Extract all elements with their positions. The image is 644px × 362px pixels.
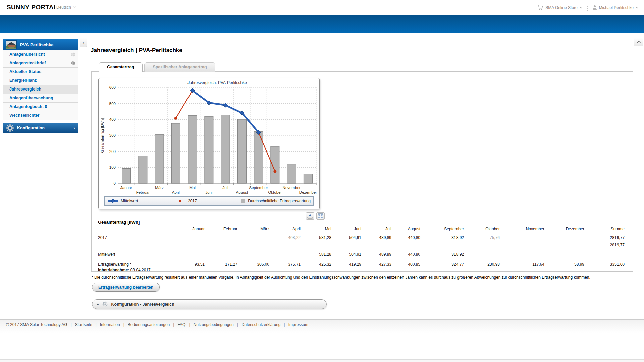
table-cell: [237, 242, 269, 248]
table-cell: 440,80: [391, 233, 420, 242]
footer-separator: |: [284, 322, 285, 327]
table-cell: [464, 249, 500, 258]
tab-bar: Gesamtertrag Spezifischer Anlagenertrag: [99, 62, 215, 72]
plant-header[interactable]: PVA-Perlitschke: [3, 39, 78, 50]
table-col-header: Dezember: [544, 226, 584, 233]
tab-spezifischer-anlagenertrag[interactable]: Spezifischer Anlagenertrag: [144, 62, 215, 72]
table-cell: [464, 242, 500, 248]
sidebar-item-label: Jahresvergleich: [9, 87, 41, 92]
user-menu[interactable]: Michael Perlitschke: [592, 5, 639, 10]
sidebar-item-anlagenlogbuch-0[interactable]: Anlagenlogbuch: 0: [3, 103, 78, 111]
table-cell: 318,92: [420, 249, 464, 258]
edit-yield-expectation-button[interactable]: Ertragserwartung bearbeiten: [92, 283, 160, 292]
footer-separator: |: [237, 322, 238, 327]
sidebar-collapse-button[interactable]: ‹: [80, 38, 87, 47]
tab-gesamtertrag[interactable]: Gesamtertrag: [99, 62, 143, 72]
footer-link-faq[interactable]: FAQ: [177, 322, 185, 327]
table-cell: 117,64: [500, 258, 544, 273]
sidebar-item-konfiguration[interactable]: Konfiguration ›: [3, 123, 78, 133]
table-cell: [172, 233, 205, 242]
table-cell: 489,89: [361, 249, 391, 258]
svg-text:Juni: Juni: [205, 190, 212, 194]
footer-link-startseite[interactable]: Startseite: [75, 322, 92, 327]
expander-arrow-icon: ▸: [97, 302, 99, 306]
footer-link-nutzungsbedingungen[interactable]: Nutzungsbedingungen: [194, 322, 234, 327]
table-cell: 3351,60: [584, 258, 625, 273]
public-globe-icon: [71, 52, 75, 57]
chevron-down-icon: [580, 7, 583, 9]
language-label: Deutsch: [56, 5, 71, 10]
chart-plot: Jahresvergleich: PVA-Perlitschke01002003…: [99, 78, 319, 208]
store-label: SMA Online Store: [545, 5, 577, 10]
svg-text:Oktober: Oktober: [268, 190, 282, 194]
config-label: Konfiguration: [17, 126, 45, 130]
person-icon: [592, 5, 597, 10]
sidebar-item-aktueller-status[interactable]: Aktueller Status: [3, 68, 78, 76]
table-cell: [544, 242, 584, 248]
plant-thumbnail: [6, 40, 17, 49]
table-col-header: März: [237, 226, 269, 233]
table-cell: [544, 233, 584, 242]
page-footer: © 2017 SMA Solar Technology AG |Startsei…: [0, 319, 644, 333]
chart-toolbar: [306, 212, 325, 220]
footer-link-information[interactable]: Information: [100, 322, 120, 327]
sidebar-item-label: Anlagenüberwachung: [9, 96, 53, 100]
svg-text:200: 200: [109, 149, 116, 154]
export-chart-button[interactable]: [306, 212, 314, 220]
svg-text:Gesamtertrag [kWh]: Gesamtertrag [kWh]: [100, 118, 104, 153]
table-cell: 93,51: [172, 258, 205, 273]
config-panel-toggle[interactable]: ▸ Konfiguration - Jahresvergleich: [92, 299, 327, 309]
footer-link-bedienungsanleitungen[interactable]: Bedienungsanleitungen: [128, 322, 170, 327]
svg-text:März: März: [155, 186, 164, 190]
table-cell: [237, 249, 269, 258]
table-col-header: November: [500, 226, 544, 233]
svg-text:Januar: Januar: [120, 186, 132, 190]
sidebar-item-jahresvergleich[interactable]: Jahresvergleich: [3, 85, 78, 94]
table-cell: 581,28: [301, 249, 331, 258]
expand-chart-button[interactable]: [316, 212, 325, 220]
table-cell: [269, 242, 301, 248]
sunny-portal-app: SUNNY PORTAL Deutsch SMA Online Store M: [0, 0, 644, 362]
table-cell: 2819,77: [584, 233, 625, 242]
sunny-portal-logo[interactable]: SUNNY PORTAL: [7, 4, 58, 11]
yield-table: JanuarFebruarMärzAprilMaiJuniJuliAugustS…: [98, 226, 625, 273]
top-bar: SUNNY PORTAL Deutsch SMA Online Store M: [0, 0, 644, 15]
table-cell: [172, 249, 205, 258]
download-icon: [307, 213, 313, 219]
table-cell: 440,80: [391, 249, 420, 258]
legend-ertragserwartung: Durchschnittliche Ertragserwartung: [241, 197, 311, 205]
footer-link-impressum[interactable]: Impressum: [288, 322, 308, 327]
table-cell: [205, 249, 237, 258]
table-cell: [172, 242, 205, 248]
svg-text:Februar: Februar: [136, 190, 150, 194]
user-name: Michael Perlitschke: [599, 5, 634, 10]
chevron-right-icon: ›: [73, 125, 75, 131]
table-cell: 375,71: [269, 258, 301, 273]
table-col-header: April: [269, 226, 301, 233]
table-cell: [500, 233, 544, 242]
table-row-ertragserwartung: Ertragserwartung *Inbetriebnahme: 03.04.…: [98, 258, 625, 273]
sidebar: PVA-Perlitschke Anlagenübersicht Anlagen…: [3, 39, 78, 133]
config-panel-label: Konfiguration - Jahresvergleich: [111, 302, 174, 307]
table-title: Gesamtertrag [kWh]: [98, 220, 140, 225]
sidebar-item-anlagenubersicht[interactable]: Anlagenübersicht: [3, 50, 78, 59]
sidebar-item-anlagenuberwachung[interactable]: Anlagenüberwachung: [3, 94, 78, 103]
row-label: Mittelwert: [98, 249, 172, 258]
sidebar-item-anlagensteckbrief[interactable]: Anlagensteckbrief: [3, 59, 78, 68]
language-selector[interactable]: Deutsch: [56, 5, 76, 10]
row-label: 2017: [98, 233, 172, 242]
sidebar-item-energiebilanz[interactable]: Energiebilanz: [3, 76, 78, 85]
scroll-to-top-button[interactable]: [634, 38, 643, 46]
svg-text:Jahresvergleich: PVA-Perlitsch: Jahresvergleich: PVA-Perlitschke: [187, 80, 247, 85]
table-cell: [544, 249, 584, 258]
chevron-down-icon: [73, 6, 76, 8]
sidebar-menu: Anlagenübersicht Anlagensteckbrief Aktue…: [3, 50, 78, 120]
table-cell: 324,77: [420, 258, 464, 273]
table-cell: 306,00: [237, 258, 269, 273]
footnote: * Die durchschnittliche Ertragserwartung…: [92, 275, 632, 280]
sma-online-store-link[interactable]: SMA Online Store: [537, 5, 582, 10]
svg-text:400: 400: [109, 117, 116, 121]
sidebar-item-wechselrichter[interactable]: Wechselrichter: [3, 111, 78, 120]
svg-text:November: November: [283, 186, 301, 190]
footer-link-datenschutzerklarung[interactable]: Datenschutzerklärung: [241, 322, 281, 327]
